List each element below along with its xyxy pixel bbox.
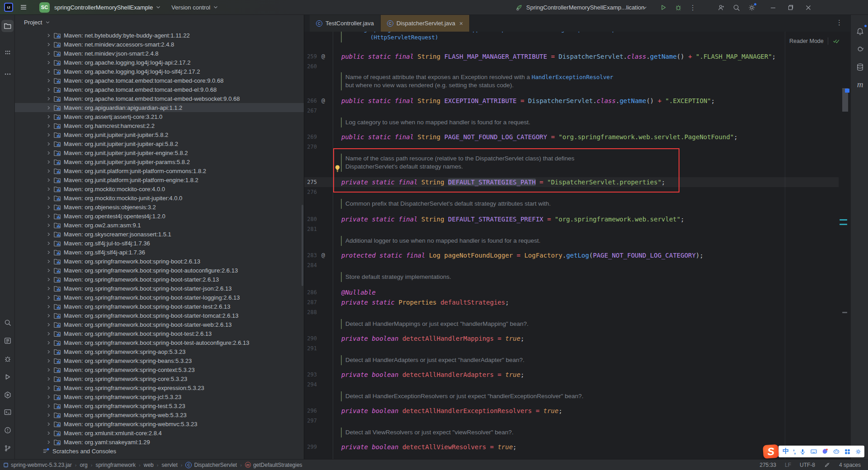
chevron-right-icon[interactable] <box>46 322 52 328</box>
project-panel-header[interactable]: Project <box>15 15 304 30</box>
run-button[interactable] <box>660 4 667 11</box>
tab-testcontroller[interactable]: C TestController.java <box>310 15 381 32</box>
tree-item-scratches[interactable]: Scratches and Consoles <box>15 446 304 456</box>
tree-item-maven-library[interactable]: Maven: net.minidev:json-smart:2.4.8 <box>15 49 304 58</box>
reader-mode-widget[interactable]: Reader Mode <box>789 37 840 45</box>
tree-item-maven-library[interactable]: Maven: org.apache.tomcat.embed:tomcat-em… <box>15 85 304 94</box>
tree-item-maven-library[interactable]: Maven: org.mockito:mockito-core:4.0.0 <box>15 184 304 193</box>
tree-item-maven-library[interactable]: Maven: org.springframework.boot:spring-b… <box>15 329 304 338</box>
sogou-logo[interactable]: S <box>763 444 779 459</box>
chevron-right-icon[interactable] <box>46 349 52 355</box>
chevron-right-icon[interactable] <box>46 439 52 445</box>
debug-button[interactable] <box>675 4 682 11</box>
tree-item-maven-library[interactable]: Maven: org.springframework.boot:spring-b… <box>15 338 304 347</box>
breadcrumb-item[interactable]: CDispatcherServlet <box>185 462 237 468</box>
tree-item-maven-library[interactable]: Maven: org.apache.logging.log4j:log4j-to… <box>15 67 304 76</box>
chevron-right-icon[interactable] <box>46 168 52 174</box>
tree-item-maven-library[interactable]: Maven: net.bytebuddy:byte-buddy-agent:1.… <box>15 31 304 40</box>
database-icon[interactable] <box>854 61 866 73</box>
line-separator[interactable]: LF <box>785 462 791 468</box>
tree-item-maven-library[interactable]: Maven: org.objenesis:objenesis:3.2 <box>15 202 304 212</box>
chevron-right-icon[interactable] <box>46 159 52 165</box>
chevron-right-icon[interactable] <box>46 403 52 409</box>
chevron-right-icon[interactable] <box>46 295 52 301</box>
tree-item-maven-library[interactable]: Maven: org.yaml:snakeyaml:1.29 <box>15 437 304 446</box>
tree-item-maven-library[interactable]: Maven: org.junit.jupiter:junit-jupiter-p… <box>15 157 304 166</box>
todo-icon[interactable] <box>1 334 14 347</box>
caret-position[interactable]: 275:33 <box>760 462 776 468</box>
tree-item-maven-library[interactable]: Maven: org.springframework:spring-core:5… <box>15 374 304 383</box>
tree-item-maven-library[interactable]: Maven: net.minidev:accessors-smart:2.4.8 <box>15 40 304 49</box>
tree-item-maven-library[interactable]: Maven: org.opentest4j:opentest4j:1.2.0 <box>15 212 304 221</box>
breadcrumb-item[interactable]: servlet <box>161 462 177 468</box>
toolbox-icon[interactable] <box>844 448 851 455</box>
run-icon[interactable] <box>1 371 14 383</box>
chevron-right-icon[interactable] <box>46 69 52 75</box>
chevron-right-icon[interactable] <box>46 195 52 201</box>
tree-item-maven-library[interactable]: Maven: org.assertj:assertj-core:3.21.0 <box>15 112 304 121</box>
tree-item-maven-library[interactable]: Maven: org.junit.jupiter:junit-jupiter-a… <box>15 139 304 148</box>
annotation-gutter-icon[interactable]: @ <box>321 250 325 260</box>
chevron-right-icon[interactable] <box>46 304 52 310</box>
git-branch-icon[interactable] <box>1 442 14 454</box>
code-line-empty[interactable]: 260 <box>304 61 850 71</box>
settings-icon[interactable] <box>748 4 756 12</box>
chevron-right-icon[interactable] <box>46 186 52 192</box>
settings-icon[interactable] <box>855 448 862 455</box>
tree-item-maven-library[interactable]: Maven: org.springframework.boot:spring-b… <box>15 302 304 311</box>
problems-icon[interactable] <box>1 424 14 436</box>
tree-item-maven-library[interactable]: Maven: org.springframework:spring-contex… <box>15 365 304 374</box>
chevron-right-icon[interactable] <box>46 258 52 264</box>
lang-icon[interactable]: 中 <box>783 447 789 456</box>
chevron-right-icon[interactable] <box>46 358 52 364</box>
chevron-right-icon[interactable] <box>46 249 52 255</box>
search-icon[interactable] <box>1 316 14 329</box>
tree-item-maven-library[interactable]: Maven: org.xmlunit:xmlunit-core:2.8.4 <box>15 428 304 437</box>
editor-options-kebab-icon[interactable]: ⋮ <box>836 19 843 27</box>
code-line[interactable]: 266@public static final String EXCEPTION… <box>304 96 850 106</box>
structure-icon[interactable] <box>1 47 14 59</box>
ai-assistant-icon[interactable] <box>854 43 866 55</box>
code-line[interactable]: 269public static final String PAGE_NOT_F… <box>304 132 850 142</box>
tree-item-maven-library[interactable]: Maven: org.junit.jupiter:junit-jupiter-e… <box>15 148 304 157</box>
tree-item-maven-library[interactable]: Maven: org.junit.jupiter:junit-jupiter:5… <box>15 130 304 139</box>
tree-item-maven-library[interactable]: Maven: org.springframework.boot:spring-b… <box>15 284 304 293</box>
chevron-right-icon[interactable] <box>46 51 52 56</box>
chevron-down-icon[interactable] <box>155 4 161 10</box>
code-line[interactable]: 283@protected static final Log pageNotFo… <box>304 250 850 260</box>
chevron-right-icon[interactable] <box>46 105 52 111</box>
chevron-right-icon[interactable] <box>46 240 52 246</box>
chevron-right-icon[interactable] <box>46 277 52 282</box>
chevron-right-icon[interactable] <box>46 385 52 391</box>
tree-item-maven-library[interactable]: Maven: org.apache.tomcat.embed:tomcat-em… <box>15 94 304 103</box>
close-icon[interactable] <box>805 4 812 11</box>
debug-icon[interactable] <box>1 352 14 365</box>
project-folder-icon[interactable] <box>1 20 14 32</box>
code-line-empty[interactable]: 288 <box>304 307 850 317</box>
code-line-empty[interactable]: 291 <box>304 343 850 353</box>
skin-icon[interactable] <box>821 448 829 455</box>
breadcrumb-item[interactable]: mgetDefaultStrategies <box>245 462 302 468</box>
chevron-right-icon[interactable] <box>46 268 52 273</box>
project-icon[interactable]: SC <box>39 2 50 13</box>
tree-item-maven-library[interactable]: Maven: org.springframework:spring-beans:… <box>15 356 304 365</box>
chevron-right-icon[interactable] <box>46 114 52 120</box>
punctuation-icon[interactable]: ’, <box>793 448 795 455</box>
tree-item-maven-library[interactable]: Maven: org.springframework.boot:spring-b… <box>15 257 304 266</box>
maven-icon[interactable]: m <box>854 78 866 90</box>
doc-code-link[interactable]: org.springframework.web.servlet.support.… <box>357 32 616 33</box>
annotation-gutter-icon[interactable]: @ <box>321 52 325 61</box>
tree-item-maven-library[interactable]: Maven: org.springframework.boot:spring-b… <box>15 293 304 302</box>
chevron-right-icon[interactable] <box>46 394 52 400</box>
chevron-right-icon[interactable] <box>46 213 52 219</box>
chevron-right-icon[interactable] <box>46 177 52 183</box>
add-user-icon[interactable] <box>717 4 725 12</box>
chevron-right-icon[interactable] <box>46 141 52 147</box>
chevron-right-icon[interactable] <box>46 286 52 291</box>
chevron-right-icon[interactable] <box>46 150 52 156</box>
code-line[interactable]: 259@public static final String FLASH_MAP… <box>304 52 850 61</box>
tree-item-maven-library[interactable]: Maven: org.junit.platform:junit-platform… <box>15 166 304 175</box>
services-icon[interactable] <box>1 389 14 401</box>
chevron-right-icon[interactable] <box>46 313 52 319</box>
search-icon[interactable] <box>732 4 741 12</box>
